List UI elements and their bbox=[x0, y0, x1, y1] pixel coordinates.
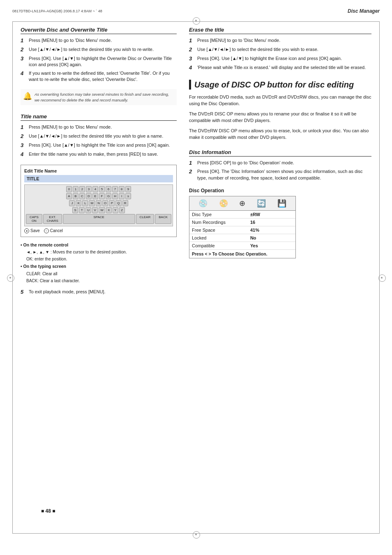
page-header: 0817DTBD-LN11PA-AGN(GB) 2006.8.17 4:8AM … bbox=[12, 8, 380, 14]
key-6[interactable]: 6 bbox=[106, 186, 111, 192]
key-M[interactable]: M bbox=[89, 200, 95, 206]
disc-icon-1: 💿 bbox=[198, 199, 208, 208]
title-step-2: 2 Use [▲/▼/◄/►] to select the desired ti… bbox=[21, 133, 177, 140]
keyboard-row-a: A B C D E F G H I s bbox=[26, 193, 171, 199]
key-B[interactable]: B bbox=[73, 193, 78, 199]
key-s[interactable]: s bbox=[125, 193, 131, 199]
key-1[interactable]: 1 bbox=[73, 186, 78, 192]
key-Y[interactable]: Y bbox=[113, 207, 118, 213]
cancel-button[interactable]: ○ Cancel bbox=[44, 228, 63, 233]
key-N[interactable]: N bbox=[96, 200, 101, 206]
erase-step-3: 3 Press [OK]. Use [▲/▼] to highlight the… bbox=[189, 55, 371, 62]
key-L[interactable]: L bbox=[82, 200, 88, 206]
key-U[interactable]: U bbox=[85, 207, 91, 213]
overwrite-step-3-text: Press [OK]. Use [▲/▼] to highlight the O… bbox=[29, 55, 177, 68]
key-S[interactable]: S bbox=[72, 207, 78, 213]
reg-mark-top bbox=[192, 16, 200, 25]
key-G[interactable]: G bbox=[106, 193, 111, 199]
key-back[interactable]: BACK bbox=[155, 214, 171, 224]
save-button[interactable]: ● Save bbox=[24, 228, 40, 233]
key-space[interactable]: SPACE bbox=[63, 214, 135, 224]
disc-icon-2: 📀 bbox=[219, 199, 228, 208]
key-C[interactable]: C bbox=[79, 193, 85, 199]
key-0[interactable]: 0 bbox=[66, 186, 72, 192]
title-step-4: 4 Enter the title name you wish to make,… bbox=[21, 151, 177, 158]
key-3[interactable]: 3 bbox=[86, 186, 92, 192]
key-clear[interactable]: CLEAR bbox=[136, 214, 154, 224]
remote-arrows-detail: ◄, ►, ▲, ▼ : Moves the cursor to the des… bbox=[26, 249, 177, 255]
key-5[interactable]: 5 bbox=[99, 186, 105, 192]
key-P[interactable]: P bbox=[109, 200, 115, 206]
key-caps[interactable]: CAPSON bbox=[26, 214, 42, 224]
table-row-compatible: Compatible Yes bbox=[189, 242, 295, 250]
key-Z[interactable]: Z bbox=[119, 207, 125, 213]
key-T[interactable]: T bbox=[79, 207, 85, 213]
key-O[interactable]: O bbox=[102, 200, 108, 206]
key-E[interactable]: E bbox=[92, 193, 98, 199]
key-D[interactable]: D bbox=[86, 193, 92, 199]
section-erase: Erase the title 1 Press [MENU] to go to … bbox=[189, 27, 371, 71]
overwrite-step-1-text: Press [MENU] to go to 'Disc Menu' mode. bbox=[29, 37, 177, 44]
disc-operation-title: Disc Operation bbox=[189, 188, 371, 193]
erase-step-2-text: Use [▲/▼/◄/►] to select the desired titl… bbox=[197, 46, 371, 53]
main-content: Overwrite Disc and Overwrite Title 1 Pre… bbox=[21, 27, 371, 528]
compatible-label: Compatible bbox=[189, 242, 248, 250]
key-X[interactable]: X bbox=[106, 207, 112, 213]
erase-step-4-text: 'Please wait while Title-xx is erased.' … bbox=[197, 64, 371, 71]
key-V[interactable]: V bbox=[92, 207, 98, 213]
disc-op-body-1: The DVD±R DISC OP menu allows you to ren… bbox=[189, 111, 371, 124]
key-F[interactable]: F bbox=[99, 193, 105, 199]
disc-info-step-1-text: Press [DISC OP] to go to 'Disc Operation… bbox=[197, 160, 371, 167]
overwrite-step-3: 3 Press [OK]. Use [▲/▼] to highlight the… bbox=[21, 55, 177, 68]
table-row-locked: Locked No bbox=[189, 234, 295, 242]
overwrite-step-2-text: Use [▲/▼/◄/►] to select the desired titl… bbox=[29, 46, 177, 53]
erase-step-3-text: Press [OK]. Use [▲/▼] to highlight the E… bbox=[197, 55, 371, 62]
erase-step-1-text: Press [MENU] to go to 'Disc Menu' mode. bbox=[197, 37, 371, 44]
key-A[interactable]: A bbox=[66, 193, 72, 199]
section-overwrite-title: Overwrite Disc and Overwrite Title bbox=[21, 27, 177, 34]
header-right-text: Disc Manager bbox=[348, 8, 380, 14]
key-2[interactable]: 2 bbox=[79, 186, 85, 192]
keyboard: 0 1 2 3 4 5 6 7 8 9 A B C bbox=[24, 184, 173, 226]
section-disc-info-title: Disc Information bbox=[189, 149, 371, 157]
key-I[interactable]: I bbox=[119, 193, 125, 199]
key-4[interactable]: 4 bbox=[92, 186, 98, 192]
title-input-area[interactable]: TITLE bbox=[24, 175, 173, 182]
key-7[interactable]: 7 bbox=[112, 186, 118, 192]
reg-mark-bottom bbox=[192, 530, 200, 539]
section-title-name: Title name 1 Press [MENU] to go to 'Disc… bbox=[21, 113, 177, 296]
left-column: Overwrite Disc and Overwrite Title 1 Pre… bbox=[21, 27, 177, 528]
key-ext-chars[interactable]: EXT.CHARS bbox=[43, 214, 62, 224]
locked-label: Locked bbox=[189, 234, 248, 242]
edit-title-name-box: Edit Title Name TITLE 0 1 2 3 4 5 6 7 8 … bbox=[21, 165, 177, 237]
title-step-3-text: Press [OK]. Use [▲/▼] to highlight the T… bbox=[29, 142, 177, 149]
cancel-label: Cancel bbox=[50, 228, 63, 233]
title-step-3: 3 Press [OK]. Use [▲/▼] to highlight the… bbox=[21, 142, 177, 149]
disc-op-body-2: The DVD±RW DISC OP menu allows you to er… bbox=[189, 127, 371, 141]
key-R[interactable]: R bbox=[122, 200, 128, 206]
table-row-free-space: Free Space 41% bbox=[189, 226, 295, 234]
key-9[interactable]: 9 bbox=[125, 186, 131, 192]
disc-info-table: Disc Type ±RW Num Recordings 16 Free Spa… bbox=[189, 211, 295, 250]
disc-info-steps: 1 Press [DISC OP] to go to 'Disc Operati… bbox=[189, 160, 371, 182]
key-H[interactable]: H bbox=[112, 193, 118, 199]
header-left-text: 0817DTBD-LN11PA-AGN(GB) 2006.8.17 4:8AM … bbox=[12, 9, 102, 13]
key-J[interactable]: J bbox=[69, 200, 75, 206]
disc-info-step-1: 1 Press [DISC OP] to go to 'Disc Operati… bbox=[189, 160, 371, 167]
disc-operation-box: 💿 📀 ⊕ 🔄 💾 Disc Type ±RW Num Recordings bbox=[189, 196, 296, 258]
disc-icon-5: 💾 bbox=[277, 199, 286, 208]
section-title-name-header: Title name bbox=[21, 113, 177, 121]
disc-op-body-0: For recordable DVD media, such as DVD±R … bbox=[189, 94, 371, 107]
save-cancel-row: ● Save ○ Cancel bbox=[24, 228, 173, 233]
disc-table-footer: Press < > To Choose Disc Operation. bbox=[189, 250, 295, 258]
erase-steps: 1 Press [MENU] to go to 'Disc Menu' mode… bbox=[189, 37, 371, 71]
keyboard-row-numbers: 0 1 2 3 4 5 6 7 8 9 bbox=[26, 186, 171, 192]
key-8[interactable]: 8 bbox=[119, 186, 125, 192]
key-K[interactable]: K bbox=[76, 200, 81, 206]
keyboard-row-s: S T U V W X Y Z bbox=[26, 207, 171, 213]
ok-detail: OK: enter the position. bbox=[26, 256, 177, 262]
section-overwrite: Overwrite Disc and Overwrite Title 1 Pre… bbox=[21, 27, 177, 105]
disc-icon-3: ⊕ bbox=[239, 199, 245, 208]
key-W[interactable]: W bbox=[99, 207, 105, 213]
key-Q[interactable]: Q bbox=[115, 200, 121, 206]
